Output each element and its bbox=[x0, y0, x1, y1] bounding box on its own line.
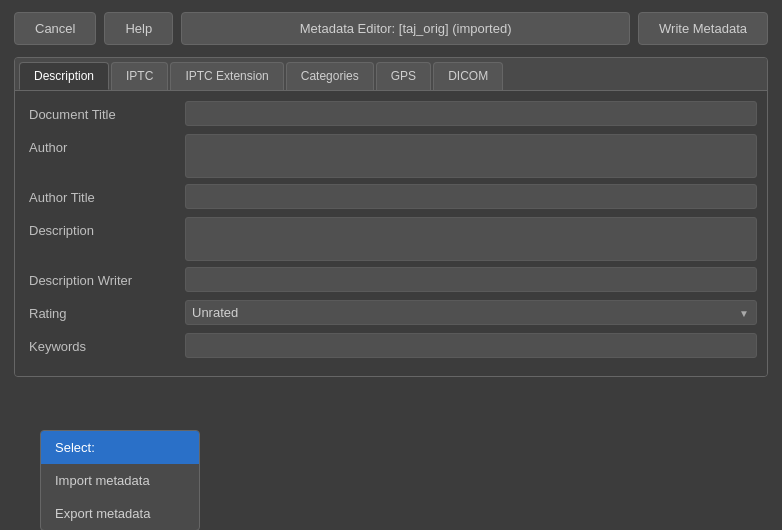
tab-categories[interactable]: Categories bbox=[286, 62, 374, 90]
rating-row: Rating Unrated 1 2 3 4 5 ▼ bbox=[25, 300, 757, 327]
tab-bar: Description IPTC IPTC Extension Categori… bbox=[15, 58, 767, 91]
document-title-input[interactable] bbox=[185, 101, 757, 126]
keywords-input[interactable] bbox=[185, 333, 757, 358]
write-metadata-button[interactable]: Write Metadata bbox=[638, 12, 768, 45]
document-title-row: Document Title bbox=[25, 101, 757, 128]
keywords-row: Keywords bbox=[25, 333, 757, 360]
rating-select[interactable]: Unrated 1 2 3 4 5 bbox=[185, 300, 757, 325]
dropdown-import-item[interactable]: Import metadata bbox=[41, 464, 199, 497]
tab-iptc[interactable]: IPTC bbox=[111, 62, 168, 90]
description-writer-row: Description Writer bbox=[25, 267, 757, 294]
description-input[interactable] bbox=[185, 217, 757, 261]
rating-select-wrap: Unrated 1 2 3 4 5 ▼ bbox=[185, 300, 757, 325]
top-bar: Cancel Help Metadata Editor: [taj_orig] … bbox=[0, 0, 782, 57]
author-title-label: Author Title bbox=[25, 184, 185, 211]
description-row: Description bbox=[25, 217, 757, 261]
description-label: Description bbox=[25, 217, 185, 244]
author-title-input[interactable] bbox=[185, 184, 757, 209]
tab-dicom[interactable]: DICOM bbox=[433, 62, 503, 90]
description-writer-input[interactable] bbox=[185, 267, 757, 292]
dropdown-menu: Select: Import metadata Export metadata bbox=[40, 430, 200, 530]
rating-label: Rating bbox=[25, 300, 185, 327]
form-area: Document Title Author Author Title Descr… bbox=[15, 91, 767, 376]
main-panel: Description IPTC IPTC Extension Categori… bbox=[14, 57, 768, 377]
document-title-label: Document Title bbox=[25, 101, 185, 128]
description-writer-label: Description Writer bbox=[25, 267, 185, 294]
author-label: Author bbox=[25, 134, 185, 161]
tab-iptc-extension[interactable]: IPTC Extension bbox=[170, 62, 283, 90]
author-input[interactable] bbox=[185, 134, 757, 178]
author-row: Author bbox=[25, 134, 757, 178]
help-button[interactable]: Help bbox=[104, 12, 173, 45]
tab-description[interactable]: Description bbox=[19, 62, 109, 90]
cancel-button[interactable]: Cancel bbox=[14, 12, 96, 45]
window-title: Metadata Editor: [taj_orig] (imported) bbox=[181, 12, 630, 45]
dropdown-export-item[interactable]: Export metadata bbox=[41, 497, 199, 530]
tab-gps[interactable]: GPS bbox=[376, 62, 431, 90]
keywords-label: Keywords bbox=[25, 333, 185, 360]
dropdown-select-item[interactable]: Select: bbox=[41, 431, 199, 464]
author-title-row: Author Title bbox=[25, 184, 757, 211]
